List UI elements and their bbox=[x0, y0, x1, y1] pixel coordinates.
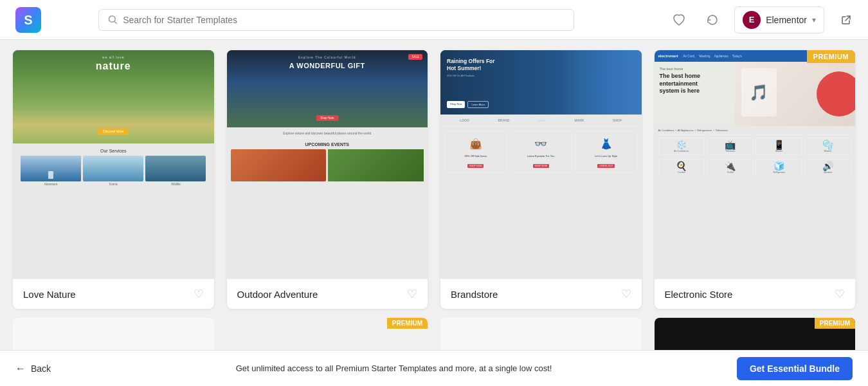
elec-products-grid-2: 🍳 Cooker 🔌 Toolkit 🧊 Refrigerator 🔊 Spea… bbox=[655, 156, 856, 179]
partial-premium-badge-2: PREMIUM bbox=[387, 318, 428, 329]
services-title: Our Services bbox=[17, 149, 210, 153]
search-bar[interactable] bbox=[98, 9, 574, 31]
svc-cap-2: Scenic bbox=[83, 183, 143, 186]
external-link-button[interactable] bbox=[835, 8, 858, 32]
brand-product-1-btn: SHOP NOW bbox=[467, 164, 484, 168]
search-icon bbox=[108, 15, 118, 25]
brandstore-preview: Raining Offers ForHot Summer! 25% Off On… bbox=[440, 50, 642, 279]
brand-product-3-btn: CHECK OUT bbox=[597, 164, 615, 168]
svc-cap-3: Wildlife bbox=[145, 183, 206, 186]
elec-products-grid: ❄️ Air Conditioner 📺 Television 📱 Mobile… bbox=[655, 135, 856, 158]
refresh-icon bbox=[705, 13, 719, 27]
elec-nav-logo: electronart bbox=[658, 54, 678, 58]
svg-line-3 bbox=[114, 21, 116, 23]
top-bar-right: E Elementor ▾ bbox=[667, 6, 858, 33]
heart-icon bbox=[672, 13, 686, 27]
brand-product-2-btn: SHOP NOW bbox=[533, 164, 549, 168]
partial-card-4[interactable]: PREMIUM bbox=[655, 318, 856, 350]
electronic-store-preview: electronart Air Cond. Washing Appliances… bbox=[655, 50, 856, 279]
outdoor-adventure-footer: Outdoor Adventure ♡ bbox=[227, 279, 428, 309]
brandstore-favorite[interactable]: ♡ bbox=[621, 287, 631, 301]
partial-card-3[interactable] bbox=[440, 318, 642, 350]
external-link-icon bbox=[840, 14, 852, 26]
brand-product-2: 👓 Latest Eyewear For You SHOP NOW bbox=[510, 131, 573, 172]
outdoor-adventure-title: Outdoor Adventure bbox=[237, 289, 318, 300]
logo[interactable]: S bbox=[10, 2, 46, 38]
electronic-store-footer: Electronic Store ♡ bbox=[655, 279, 856, 309]
outdoor-tagline: Explore nature and discover beautiful pl… bbox=[227, 127, 428, 138]
template-card-electronic-store[interactable]: PREMIUM electronart Air Cond. Washing Ap… bbox=[655, 50, 856, 309]
get-essential-bundle-button[interactable]: Get Essential Bundle bbox=[737, 357, 853, 380]
back-arrow-icon: ← bbox=[15, 363, 26, 374]
elementor-selector[interactable]: E Elementor ▾ bbox=[734, 6, 824, 33]
brandstore-title: Brandstore bbox=[451, 289, 498, 300]
brand-product-2-title: Latest Eyewear For You bbox=[513, 154, 570, 158]
brand-product-1-title: 20% Off Sale Items bbox=[448, 154, 504, 158]
elec-product-2: 📺 Television bbox=[707, 138, 754, 155]
electronic-store-title: Electronic Store bbox=[665, 289, 733, 300]
love-nature-favorite[interactable]: ♡ bbox=[194, 287, 204, 301]
brand-logo-3: ○○○○ bbox=[538, 118, 546, 122]
elec-product-1: ❄️ Air Conditioner bbox=[658, 138, 705, 155]
template-card-brandstore[interactable]: Raining Offers ForHot Summer! 25% Off On… bbox=[440, 50, 642, 309]
brand-logo-5: SHOP bbox=[613, 118, 622, 122]
partial-card-2[interactable]: PREMIUM bbox=[227, 318, 428, 350]
brand-product-1: 👜 20% Off Sale Items SHOP NOW bbox=[444, 131, 507, 172]
top-bar: S E Elementor ▾ bbox=[0, 0, 868, 40]
brand-logo-1: LOGO bbox=[460, 118, 469, 122]
chevron-down-icon: ▾ bbox=[812, 15, 816, 24]
love-nature-title: Love Nature bbox=[23, 289, 76, 300]
elec-product-5: 🍳 Cooker bbox=[658, 159, 705, 176]
love-nature-footer: Love Nature ♡ bbox=[13, 279, 214, 309]
brand-product-3: 👗 Let's Liven Up Style CHECK OUT bbox=[575, 131, 638, 172]
partial-card-1[interactable] bbox=[13, 318, 214, 350]
search-input[interactable] bbox=[123, 15, 565, 25]
svg-point-2 bbox=[109, 15, 115, 22]
template-card-love-nature[interactable]: we all love nature Discover More Our Ser… bbox=[13, 50, 214, 309]
love-nature-preview: we all love nature Discover More Our Ser… bbox=[13, 50, 214, 279]
refresh-button[interactable] bbox=[701, 8, 724, 32]
back-label: Back bbox=[31, 363, 51, 374]
outdoor-adventure-favorite[interactable]: ♡ bbox=[407, 287, 417, 301]
svc-cap-1: Adventure bbox=[21, 183, 81, 186]
elec-product-6: 🔌 Toolkit bbox=[707, 159, 754, 176]
promo-text: Get unlimited access to all Premium Star… bbox=[236, 363, 552, 373]
elementor-icon: E bbox=[743, 11, 761, 29]
brandstore-footer: Brandstore ♡ bbox=[440, 279, 642, 309]
outdoor-adventure-preview: Explore The Colourful World A WONDERFUL … bbox=[227, 50, 428, 279]
elec-categories: Air Conditions • All Appliances • Refrig… bbox=[655, 126, 856, 135]
back-button[interactable]: ← Back bbox=[15, 363, 51, 374]
partial-premium-badge-4: PREMIUM bbox=[815, 318, 855, 329]
elec-product-3: 📱 Mobile bbox=[755, 138, 802, 155]
elec-product-7: 🧊 Refrigerator bbox=[755, 159, 802, 176]
elec-nav-links: Air Cond. Washing Appliances Today's bbox=[683, 55, 742, 58]
brand-logo-4: MARK bbox=[575, 118, 584, 122]
bottom-bar: ← Back Get unlimited access to all Premi… bbox=[0, 350, 868, 386]
favorites-button[interactable] bbox=[667, 8, 691, 32]
premium-badge: PREMIUM bbox=[807, 50, 855, 63]
brand-logo-2: BRAND bbox=[498, 118, 509, 122]
main-content: we all love nature Discover More Our Ser… bbox=[0, 40, 868, 350]
elec-product-4: 🫧 Washer bbox=[804, 138, 851, 155]
svg-text:S: S bbox=[24, 13, 32, 27]
brand-logos-row: LOGO BRAND ○○○○ MARK SHOP bbox=[440, 115, 642, 127]
outdoor-events-title: UPCOMING EVENTS bbox=[231, 142, 424, 147]
elec-product-8: 🔊 Speaker bbox=[804, 159, 851, 176]
brand-product-3-title: Let's Liven Up Style bbox=[578, 154, 635, 158]
template-card-outdoor-adventure[interactable]: Explore The Colourful World A WONDERFUL … bbox=[227, 50, 428, 309]
electronic-store-favorite[interactable]: ♡ bbox=[835, 287, 845, 301]
elementor-label: Elementor bbox=[766, 15, 807, 25]
template-grid: we all love nature Discover More Our Ser… bbox=[13, 50, 855, 309]
